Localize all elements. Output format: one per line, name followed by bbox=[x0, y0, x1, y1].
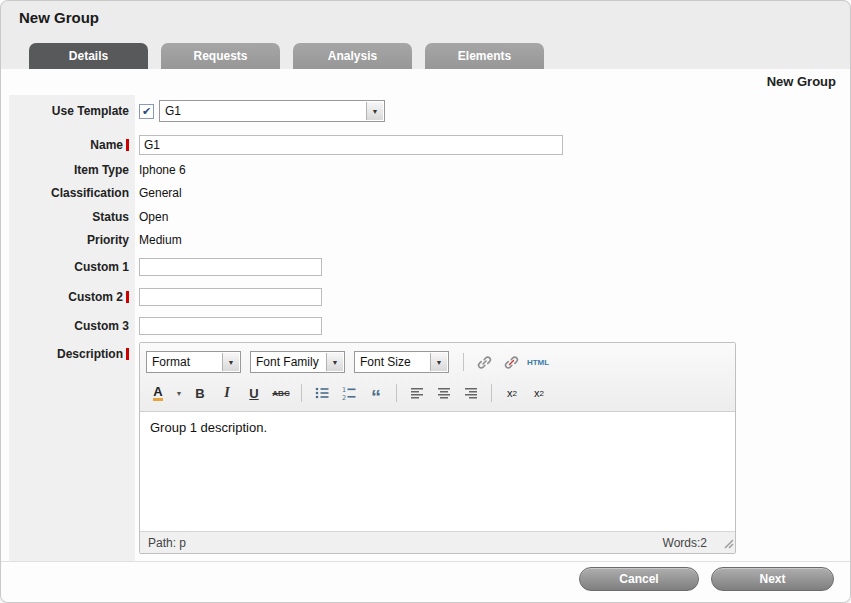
row-custom3: Custom 3 bbox=[1, 314, 850, 338]
editor-toolbar: Format ▼ Font Family ▼ Font Size ▼ bbox=[140, 343, 735, 412]
toolbar-separator bbox=[396, 384, 397, 402]
use-template-selected-value: G1 bbox=[165, 104, 181, 118]
editor-content[interactable]: Group 1 description. bbox=[140, 412, 735, 531]
custom1-field[interactable] bbox=[139, 258, 322, 276]
name-label: Name bbox=[1, 138, 129, 152]
priority-label: Priority bbox=[1, 233, 129, 247]
required-marker bbox=[126, 291, 129, 303]
cancel-button[interactable]: Cancel bbox=[579, 567, 699, 591]
tab-elements[interactable]: Elements bbox=[425, 43, 544, 69]
classification-value: General bbox=[139, 186, 182, 200]
use-template-label: Use Template bbox=[1, 104, 129, 118]
font-family-select[interactable]: Font Family ▼ bbox=[250, 351, 345, 373]
chevron-down-icon[interactable]: ▼ bbox=[326, 353, 343, 371]
new-group-window: New Group Details Requests Analysis Elem… bbox=[0, 0, 851, 603]
superscript-icon[interactable]: x2 bbox=[527, 382, 551, 404]
use-template-select[interactable]: G1 ▼ bbox=[159, 100, 385, 122]
details-panel: New Group Use Template ✔ G1 ▼ Name bbox=[1, 69, 850, 602]
align-left-icon[interactable] bbox=[405, 382, 429, 404]
editor-statusbar: Path: p Words:2 bbox=[140, 531, 735, 553]
align-center-icon[interactable] bbox=[432, 382, 456, 404]
toolbar-separator bbox=[491, 384, 492, 402]
subscript-icon[interactable]: x2 bbox=[500, 382, 524, 404]
align-right-icon[interactable] bbox=[459, 382, 483, 404]
blockquote-icon[interactable]: “ bbox=[364, 382, 388, 404]
custom2-label: Custom 2 bbox=[1, 290, 129, 304]
item-type-value: Iphone 6 bbox=[139, 163, 186, 177]
insert-link-icon[interactable] bbox=[472, 351, 496, 373]
custom2-field[interactable] bbox=[139, 288, 322, 306]
description-label: Description bbox=[1, 347, 129, 361]
bullet-list-icon[interactable] bbox=[310, 382, 334, 404]
item-type-label: Item Type bbox=[1, 163, 129, 177]
tab-details[interactable]: Details bbox=[29, 43, 148, 69]
custom1-label: Custom 1 bbox=[1, 260, 129, 274]
tab-requests[interactable]: Requests bbox=[161, 43, 280, 69]
use-template-checkbox[interactable]: ✔ bbox=[139, 104, 154, 119]
required-marker bbox=[126, 139, 129, 151]
classification-label: Classification bbox=[1, 186, 129, 200]
row-name: Name bbox=[1, 133, 850, 157]
check-icon: ✔ bbox=[142, 105, 151, 118]
section-title: New Group bbox=[767, 74, 836, 89]
row-priority: Priority Medium bbox=[1, 228, 850, 252]
row-status: Status Open bbox=[1, 205, 850, 229]
bold-icon[interactable]: B bbox=[188, 382, 212, 404]
toolbar-separator bbox=[463, 353, 464, 371]
custom3-field[interactable] bbox=[139, 317, 322, 335]
name-field[interactable] bbox=[139, 135, 563, 155]
editor-word-count: Words:2 bbox=[663, 536, 707, 550]
page-title: New Group bbox=[19, 9, 99, 26]
description-editor: Format ▼ Font Family ▼ Font Size ▼ bbox=[139, 342, 736, 554]
chevron-down-icon[interactable]: ▼ bbox=[366, 102, 383, 120]
row-use-template: Use Template ✔ G1 ▼ bbox=[1, 99, 850, 123]
footer-divider bbox=[1, 561, 850, 562]
html-source-icon[interactable]: HTML bbox=[526, 351, 550, 373]
status-label: Status bbox=[1, 210, 129, 224]
custom3-label: Custom 3 bbox=[1, 319, 129, 333]
status-value: Open bbox=[139, 210, 168, 224]
font-size-select[interactable]: Font Size ▼ bbox=[354, 351, 449, 373]
row-custom2: Custom 2 bbox=[1, 285, 850, 309]
required-marker bbox=[126, 348, 129, 360]
priority-value: Medium bbox=[139, 233, 182, 247]
tab-bar: Details Requests Analysis Elements bbox=[29, 43, 544, 69]
row-classification: Classification General bbox=[1, 181, 850, 205]
svg-text:2: 2 bbox=[342, 394, 346, 402]
tab-analysis[interactable]: Analysis bbox=[293, 43, 412, 69]
chevron-down-icon[interactable]: ▼ bbox=[222, 353, 239, 371]
toolbar-separator bbox=[301, 384, 302, 402]
numbered-list-icon[interactable]: 12 bbox=[337, 382, 361, 404]
underline-icon[interactable]: U bbox=[242, 382, 266, 404]
row-item-type: Item Type Iphone 6 bbox=[1, 158, 850, 182]
italic-icon[interactable]: I bbox=[215, 382, 239, 404]
unlink-icon[interactable] bbox=[499, 351, 523, 373]
strikethrough-icon[interactable]: ABC bbox=[269, 382, 293, 404]
chevron-down-icon[interactable]: ▼ bbox=[430, 353, 447, 371]
resize-handle-icon[interactable] bbox=[723, 538, 734, 552]
font-color-chevron-icon[interactable]: ▼ bbox=[173, 382, 185, 404]
editor-path: Path: p bbox=[148, 536, 186, 550]
next-button[interactable]: Next bbox=[711, 567, 834, 591]
font-color-icon[interactable]: A bbox=[146, 382, 170, 404]
format-select[interactable]: Format ▼ bbox=[146, 351, 241, 373]
row-custom1: Custom 1 bbox=[1, 255, 850, 279]
